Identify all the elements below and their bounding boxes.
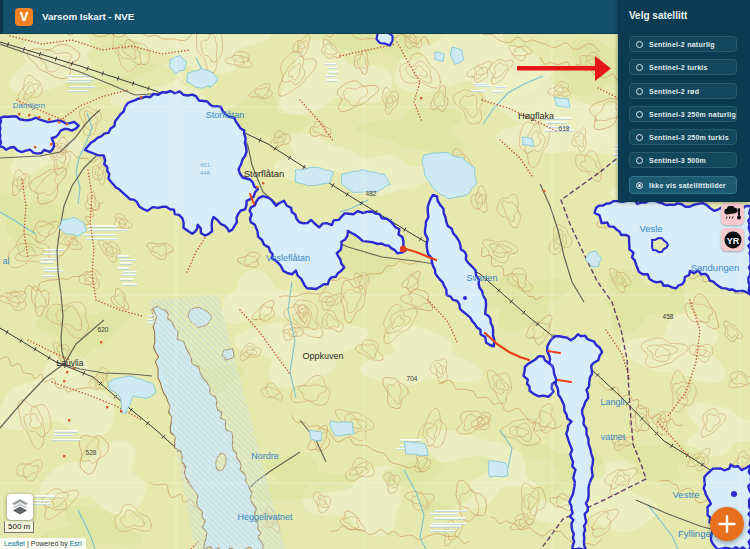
svg-text:Svarten: Svarten (466, 273, 497, 283)
svg-text:vatnet: vatnet (601, 432, 626, 442)
svg-text:Nordre: Nordre (251, 451, 279, 461)
svg-text:Langli-: Langli- (600, 397, 627, 407)
svg-text:Oppkuven: Oppkuven (302, 351, 343, 361)
svg-text:Vesle: Vesle (639, 223, 662, 234)
svg-text:528: 528 (86, 449, 97, 456)
svg-text:458: 458 (663, 313, 674, 320)
svg-text:448: 448 (200, 170, 211, 176)
svg-text:al: al (3, 256, 10, 266)
svg-text:620: 620 (98, 326, 109, 333)
svg-text:Damtjern: Damtjern (13, 101, 45, 110)
svg-text:YR: YR (726, 235, 739, 245)
svg-text:Storflåtan: Storflåtan (244, 168, 285, 179)
svg-text:618: 618 (559, 125, 570, 132)
svg-text:Vestre: Vestre (673, 489, 700, 500)
svg-text:Lauvlia: Lauvlia (57, 358, 84, 368)
svg-text:451-: 451- (200, 162, 212, 168)
svg-text:Heggelivatnet: Heggelivatnet (237, 512, 293, 522)
svg-text:482: 482 (366, 190, 377, 197)
svg-text:Sandungen: Sandungen (691, 262, 740, 273)
svg-text:Høgflaka: Høgflaka (518, 111, 554, 121)
svg-text:704: 704 (407, 375, 418, 382)
svg-text:Vesleflåtan: Vesleflåtan (266, 253, 310, 263)
svg-text:Storflåtan: Storflåtan (206, 110, 245, 120)
